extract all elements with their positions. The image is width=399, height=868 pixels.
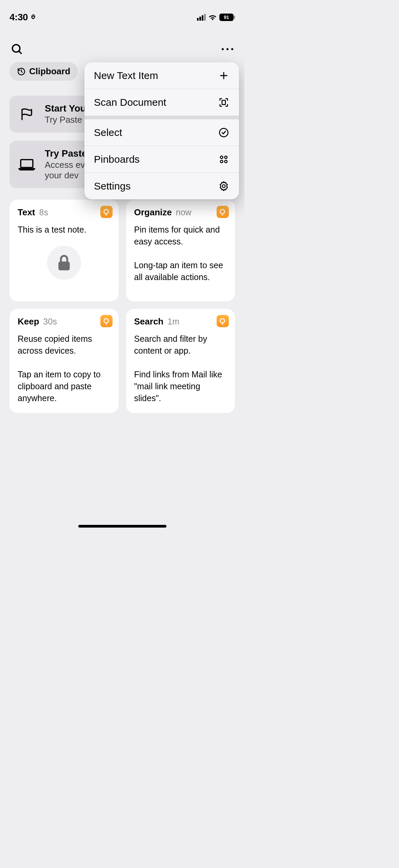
svg-point-3 bbox=[222, 48, 224, 50]
svg-point-5 bbox=[231, 48, 233, 50]
grid-icon bbox=[218, 154, 230, 165]
card-text[interactable]: Text 8s This is a test note. bbox=[9, 200, 119, 301]
card-time: 8s bbox=[39, 208, 48, 217]
app-badge-icon bbox=[100, 206, 113, 218]
svg-point-4 bbox=[226, 48, 228, 50]
menu-label: Scan Document bbox=[94, 97, 166, 108]
battery-level: 91 bbox=[224, 15, 229, 20]
lock-icon bbox=[47, 246, 81, 280]
menu-pinboards[interactable]: Pinboards bbox=[84, 146, 239, 173]
card-title: Text bbox=[18, 207, 35, 218]
card-body: Pin items for quick and easy access. Lon… bbox=[134, 224, 227, 283]
menu-label: Pinboards bbox=[94, 154, 140, 165]
card-organize[interactable]: Organize now Pin items for quick and eas… bbox=[126, 200, 235, 301]
flag-icon bbox=[18, 106, 35, 123]
svg-rect-9 bbox=[58, 261, 69, 270]
chip-label: Clipboard bbox=[29, 66, 70, 77]
menu-label: New Text Item bbox=[94, 70, 158, 81]
status-right: 91 bbox=[197, 14, 235, 21]
menu-new-text-item[interactable]: New Text Item bbox=[84, 62, 239, 89]
app-badge-icon bbox=[100, 315, 113, 327]
menu-scan-document[interactable]: Scan Document bbox=[84, 89, 239, 116]
history-icon bbox=[17, 67, 26, 76]
svg-point-22 bbox=[220, 160, 223, 163]
card-time: now bbox=[176, 208, 192, 217]
svg-point-20 bbox=[220, 156, 223, 159]
status-bar: 4:30 91 bbox=[0, 6, 244, 28]
home-indicator[interactable] bbox=[78, 525, 166, 528]
status-left: 4:30 bbox=[9, 12, 37, 23]
focus-icon bbox=[30, 14, 37, 21]
cellular-icon bbox=[197, 14, 206, 21]
card-time: 30s bbox=[43, 317, 57, 327]
clipboard-chip[interactable]: Clipboard bbox=[9, 62, 78, 81]
scan-icon bbox=[218, 97, 230, 108]
svg-point-24 bbox=[222, 185, 225, 188]
wifi-icon bbox=[208, 14, 217, 21]
menu-label: Settings bbox=[94, 180, 131, 192]
card-title: Organize bbox=[134, 207, 172, 218]
card-body: Reuse copied items across devices. Tap a… bbox=[18, 333, 111, 404]
top-toolbar bbox=[0, 28, 244, 61]
app-badge-icon bbox=[217, 206, 229, 218]
svg-rect-18 bbox=[222, 100, 225, 105]
svg-point-19 bbox=[220, 129, 228, 137]
card-title: Search bbox=[134, 316, 164, 327]
search-button[interactable] bbox=[10, 42, 24, 56]
card-body: Search and filter by content or app. Fin… bbox=[134, 333, 227, 404]
menu-select[interactable]: Select bbox=[84, 119, 239, 146]
more-button[interactable] bbox=[221, 42, 234, 56]
banner-title: Start You bbox=[45, 103, 86, 114]
plus-icon bbox=[218, 70, 230, 81]
svg-point-21 bbox=[225, 156, 227, 159]
card-body: This is a test note. bbox=[18, 224, 111, 236]
card-keep[interactable]: Keep 30s Reuse copied items across devic… bbox=[9, 309, 119, 413]
svg-point-7 bbox=[104, 210, 108, 214]
status-time: 4:30 bbox=[9, 12, 28, 23]
svg-rect-6 bbox=[21, 160, 33, 167]
context-menu: New Text Item Scan Document Select Pinbo… bbox=[84, 62, 239, 199]
card-grid: Text 8s This is a test note. Organize no… bbox=[0, 200, 244, 413]
svg-line-2 bbox=[19, 51, 21, 54]
menu-label: Select bbox=[94, 127, 122, 138]
svg-point-12 bbox=[104, 319, 108, 323]
svg-point-23 bbox=[225, 160, 227, 163]
menu-settings[interactable]: Settings bbox=[84, 173, 239, 199]
menu-divider bbox=[84, 116, 239, 119]
check-circle-icon bbox=[218, 127, 230, 138]
card-time: 1m bbox=[167, 317, 179, 327]
banner-subtitle: Try Paste bbox=[45, 115, 86, 125]
svg-point-10 bbox=[220, 210, 225, 214]
svg-point-14 bbox=[220, 319, 225, 323]
card-title: Keep bbox=[18, 316, 39, 327]
card-search[interactable]: Search 1m Search and filter by content o… bbox=[126, 309, 235, 413]
app-badge-icon bbox=[217, 315, 229, 327]
battery-icon: 91 bbox=[219, 14, 235, 21]
laptop-icon bbox=[18, 156, 35, 173]
gear-icon bbox=[218, 180, 230, 192]
